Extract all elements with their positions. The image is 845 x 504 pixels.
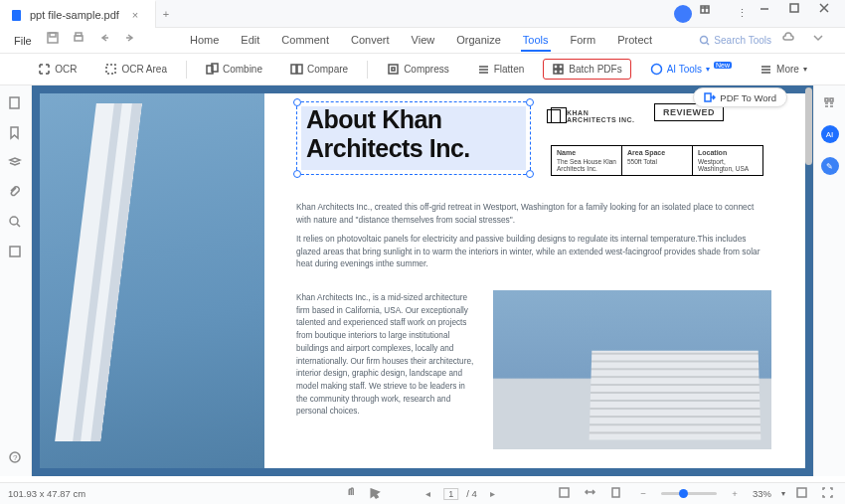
ocr-button[interactable]: OCR: [29, 59, 85, 80]
tab-title: ppt file-sample.pdf: [30, 9, 119, 21]
column-text[interactable]: Khan Architects Inc., is a mid-sized arc…: [296, 292, 477, 419]
minimize-button[interactable]: [758, 1, 785, 27]
batch-pdfs-button[interactable]: Batch PDFs: [543, 59, 630, 80]
resize-handle[interactable]: [293, 98, 301, 106]
svg-rect-11: [291, 65, 296, 74]
cloud-icon[interactable]: [781, 31, 801, 51]
search-panel-icon[interactable]: [8, 215, 24, 231]
search-tools[interactable]: Search Tools: [699, 35, 771, 46]
next-page-icon[interactable]: ▸: [485, 486, 501, 502]
maximize-button[interactable]: [787, 1, 815, 27]
svg-rect-21: [10, 247, 20, 256]
svg-rect-14: [554, 65, 558, 69]
save-icon[interactable]: [46, 31, 66, 51]
flatten-button[interactable]: Flatten: [468, 59, 534, 80]
tab-protect[interactable]: Protect: [615, 30, 654, 52]
fit-width-icon[interactable]: [584, 486, 599, 502]
svg-rect-17: [559, 70, 563, 74]
svg-rect-8: [106, 65, 115, 74]
read-mode-icon[interactable]: [795, 486, 811, 502]
tab-convert[interactable]: Convert: [349, 30, 392, 52]
view-icon[interactable]: [8, 245, 24, 260]
ai-assistant-icon[interactable]: AI: [821, 125, 839, 143]
close-tab-icon[interactable]: ×: [125, 9, 145, 21]
building-image-2: [493, 290, 771, 449]
zoom-level[interactable]: 33%: [753, 488, 771, 499]
right-sidebar: AI ✎: [813, 85, 845, 476]
pdf-file-icon: [10, 8, 24, 22]
gift-icon[interactable]: [698, 1, 726, 27]
tab-form[interactable]: Form: [569, 30, 598, 52]
svg-rect-12: [297, 65, 302, 74]
ai-tools-button[interactable]: AI Tools▾New: [641, 59, 741, 80]
ai-chat-icon[interactable]: ✎: [821, 157, 839, 175]
building-image: [40, 93, 264, 468]
svg-rect-26: [612, 488, 619, 497]
file-menu[interactable]: File: [6, 35, 40, 47]
page-number-input[interactable]: 1: [443, 488, 458, 500]
svg-point-7: [701, 37, 708, 44]
fullscreen-icon[interactable]: [821, 486, 837, 502]
tab-edit[interactable]: Edit: [239, 30, 261, 52]
properties-icon[interactable]: [822, 95, 838, 111]
fit-page-icon[interactable]: [558, 486, 574, 502]
resize-handle[interactable]: [526, 170, 534, 178]
resize-handle[interactable]: [293, 170, 301, 178]
document-tab[interactable]: ppt file-sample.pdf ×: [0, 0, 156, 28]
kebab-menu-icon[interactable]: ⋮: [728, 1, 756, 27]
svg-rect-0: [12, 10, 21, 21]
tab-comment[interactable]: Comment: [279, 30, 331, 52]
user-avatar[interactable]: [674, 5, 692, 23]
single-page-icon[interactable]: [609, 486, 625, 502]
close-window-button[interactable]: [817, 1, 845, 27]
bookmarks-icon[interactable]: [8, 125, 24, 141]
attachments-icon[interactable]: [8, 185, 24, 201]
more-button[interactable]: More▾: [751, 59, 816, 80]
svg-rect-16: [554, 70, 558, 74]
svg-text:?: ?: [13, 453, 18, 462]
zoom-in-icon[interactable]: +: [727, 486, 743, 502]
undo-icon[interactable]: [97, 31, 117, 51]
title-bar: ppt file-sample.pdf × + ⋮: [0, 0, 845, 28]
svg-rect-19: [10, 97, 19, 108]
svg-rect-4: [50, 33, 56, 37]
svg-point-20: [10, 217, 18, 225]
resize-handle[interactable]: [526, 98, 534, 106]
add-tab-button[interactable]: +: [156, 8, 176, 20]
redo-icon[interactable]: [123, 31, 143, 51]
company-logo: KHANARCHITECTS INC.: [547, 109, 635, 123]
pdf-page: About KhanArchitects Inc. KHANARCHITECTS…: [40, 93, 805, 468]
svg-rect-2: [790, 4, 798, 12]
combine-button[interactable]: Combine: [197, 59, 271, 80]
collapse-ribbon-icon[interactable]: [811, 31, 831, 51]
tab-tools[interactable]: Tools: [521, 30, 551, 52]
vertical-scrollbar[interactable]: [803, 85, 813, 476]
print-icon[interactable]: [72, 31, 91, 51]
help-icon[interactable]: ?: [8, 450, 24, 466]
document-canvas[interactable]: PDF To Word About KhanArchitects Inc. KH…: [32, 85, 813, 476]
select-tool-icon[interactable]: [368, 486, 384, 502]
info-table: NameThe Sea House Klan Architects Inc. A…: [551, 145, 763, 176]
zoom-slider[interactable]: [661, 492, 717, 495]
paragraph[interactable]: It relies on photovoltaic panels for ele…: [296, 233, 769, 270]
pdf-to-word-button[interactable]: PDF To Word: [693, 87, 787, 107]
prev-page-icon[interactable]: ◂: [420, 486, 435, 502]
compress-button[interactable]: Compress: [378, 59, 458, 80]
hand-tool-icon[interactable]: [344, 486, 360, 502]
tools-toolbar: OCR OCR Area Combine Compare Compress Fl…: [0, 54, 845, 85]
tab-organize[interactable]: Organize: [454, 30, 503, 52]
svg-rect-13: [389, 65, 398, 74]
zoom-out-icon[interactable]: −: [635, 486, 651, 502]
doc-title[interactable]: About KhanArchitects Inc.: [306, 105, 470, 163]
left-sidebar: ?: [0, 85, 32, 476]
tab-home[interactable]: Home: [188, 30, 221, 52]
layers-icon[interactable]: [8, 155, 24, 171]
paragraph[interactable]: Khan Architects Inc., created this off-g…: [296, 201, 769, 226]
svg-point-18: [651, 65, 661, 75]
ocr-area-button[interactable]: OCR Area: [95, 59, 176, 80]
svg-rect-15: [559, 65, 563, 69]
thumbnails-icon[interactable]: [8, 95, 24, 111]
tab-view[interactable]: View: [410, 30, 437, 52]
compare-button[interactable]: Compare: [281, 59, 357, 80]
cursor-coordinates: 101.93 x 47.87 cm: [8, 488, 85, 499]
